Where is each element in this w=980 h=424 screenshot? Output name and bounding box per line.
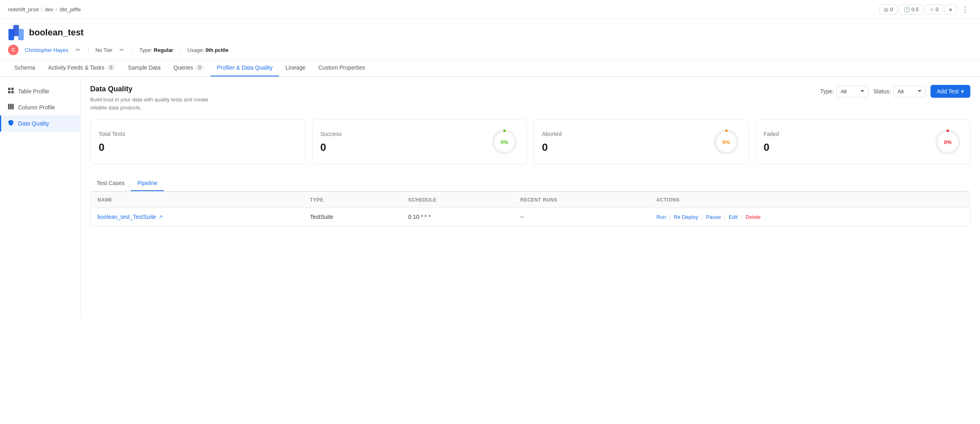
external-link-icon: ↗ <box>159 214 163 220</box>
tab-sample-data[interactable]: Sample Data <box>122 60 167 76</box>
tab-lineage[interactable]: Lineage <box>279 60 312 76</box>
action-edit[interactable]: Edit <box>729 214 738 220</box>
row-actions-cell: Run | Re Deploy | Pause | Edit | Delete <box>650 208 970 226</box>
status-dropdown[interactable]: All <box>893 86 926 97</box>
row-recent-runs: -- <box>520 214 524 220</box>
breadcrumb-part-3[interactable]: dbt_jaffle <box>60 6 81 12</box>
more-button[interactable]: ⋮ <box>958 3 972 15</box>
svg-rect-0 <box>8 29 14 40</box>
action-delete[interactable]: Delete <box>746 214 761 220</box>
svg-rect-1 <box>13 25 19 36</box>
total-label: Total Tests <box>99 131 125 137</box>
share-button[interactable]: ⎈ <box>945 4 957 14</box>
dq-controls: Type: All Status: All Add Test ▾ <box>820 85 970 98</box>
edit-tier-button[interactable]: ✏ <box>119 47 125 53</box>
edit-owner-button[interactable]: ✏ <box>75 47 81 53</box>
usage-info: Usage: 0th pctile <box>188 47 229 53</box>
breadcrumb-part-1[interactable]: redshift_prod <box>8 6 39 12</box>
type-dropdown[interactable]: All <box>836 86 868 97</box>
success-label: Success <box>320 131 342 137</box>
status-control: Status: All <box>873 86 926 97</box>
breadcrumb-sep-1: / <box>41 6 43 12</box>
pipeline-table: NAME TYPE SCHEDULE RECENT RUNS ACTIONS b… <box>91 192 970 226</box>
success-donut: 0% <box>490 128 519 156</box>
content-area: Data Quality Build trust in your data wi… <box>81 77 980 318</box>
failed-donut: 0% <box>934 128 962 156</box>
sidebar-item-data-quality[interactable]: Data Quality <box>0 115 80 132</box>
add-test-button[interactable]: Add Test ▾ <box>930 85 970 98</box>
tab-profiler-data-quality[interactable]: Profiler & Data Quality <box>211 60 279 76</box>
row-schedule-cell: 0 10 * * * <box>402 208 514 226</box>
nav-tabs: Schema Activity Feeds & Tasks 0 Sample D… <box>0 60 980 77</box>
aborted-value: 0 <box>542 141 562 154</box>
col-recent-runs: RECENT RUNS <box>514 192 650 208</box>
row-name-cell: boolean_test_TestSuite ↗ <box>91 208 304 226</box>
success-pct: 0% <box>501 139 509 145</box>
clock-icon: 🕐 <box>904 6 910 12</box>
breadcrumb-part-2[interactable]: dev <box>45 6 54 12</box>
sidebar-item-table-profile[interactable]: Table Profile <box>0 83 80 99</box>
top-actions: ◎ 0 🕐 0.5 ☆ 0 ⎈ ⋮ <box>879 3 972 15</box>
watch-count: 0 <box>890 6 893 12</box>
tab-activity-feeds[interactable]: Activity Feeds & Tasks 0 <box>41 60 121 76</box>
row-recent-runs-cell: -- <box>514 208 650 226</box>
tab-queries[interactable]: Queries 0 <box>167 60 211 76</box>
row-type: TestSuite <box>310 214 333 220</box>
aborted-pct: 0% <box>722 139 730 145</box>
failed-value: 0 <box>764 141 779 154</box>
page-header: boolean_test C Christopher Hayes ✏ | No … <box>0 19 980 60</box>
col-actions: ACTIONS <box>650 192 970 208</box>
svg-rect-6 <box>11 91 14 93</box>
aborted-label: Aborted <box>542 131 562 137</box>
eye-icon: ◎ <box>884 6 888 12</box>
stat-card-aborted: Aborted 0 0% <box>533 119 749 165</box>
version-button[interactable]: 🕐 0.5 <box>899 4 923 14</box>
chevron-down-icon: ▾ <box>961 88 964 95</box>
action-pause[interactable]: Pause <box>706 214 721 220</box>
svg-rect-2 <box>18 29 24 40</box>
sidebar-label-data-quality: Data Quality <box>18 120 49 127</box>
stat-card-total: Total Tests 0 <box>90 119 306 165</box>
page-title: boolean_test <box>29 27 84 38</box>
star-icon: ☆ <box>929 6 934 12</box>
svg-rect-5 <box>8 91 10 93</box>
dq-header: Data Quality Build trust in your data wi… <box>90 85 970 111</box>
tab-custom-properties[interactable]: Custom Properties <box>312 60 372 76</box>
status-label: Status: <box>873 88 891 95</box>
table-row: boolean_test_TestSuite ↗ TestSuite 0 10 … <box>91 208 970 226</box>
dq-header-text: Data Quality Build trust in your data wi… <box>90 85 208 111</box>
svg-rect-8 <box>10 104 12 109</box>
columns-icon <box>8 103 14 111</box>
dq-subtitle: Build trust in your data with quality te… <box>90 96 208 111</box>
svg-rect-7 <box>8 104 10 109</box>
tier-badge: No Tier <box>95 47 112 53</box>
row-schedule: 0 10 * * * <box>408 214 430 220</box>
type-label: Type: <box>820 88 834 95</box>
test-suite-link[interactable]: boolean_test_TestSuite ↗ <box>97 214 297 220</box>
grid-icon <box>8 87 14 95</box>
success-value: 0 <box>320 141 342 154</box>
owner-link[interactable]: Christopher Hayes <box>25 47 68 53</box>
total-value: 0 <box>99 141 125 154</box>
action-redeploy[interactable]: Re Deploy <box>674 214 698 220</box>
tab-test-cases[interactable]: Test Cases <box>90 176 131 191</box>
watch-button[interactable]: ◎ 0 <box>879 4 897 14</box>
sidebar-item-column-profile[interactable]: Column Profile <box>0 99 80 115</box>
stats-cards: Total Tests 0 Success 0 0% <box>90 119 970 165</box>
action-run[interactable]: Run <box>656 214 666 220</box>
tab-pipeline[interactable]: Pipeline <box>131 176 164 191</box>
sidebar-label-column-profile: Column Profile <box>18 104 55 111</box>
breadcrumb-bar: redshift_prod / dev / dbt_jaffle ◎ 0 🕐 0… <box>0 0 980 19</box>
col-name: NAME <box>91 192 304 208</box>
tab-schema[interactable]: Schema <box>8 60 41 76</box>
star-count: 0 <box>936 6 939 12</box>
dq-title: Data Quality <box>90 85 208 93</box>
svg-rect-9 <box>12 104 14 109</box>
col-type: TYPE <box>304 192 402 208</box>
pipeline-tabs: Test Cases Pipeline <box>90 176 970 191</box>
col-schedule: SCHEDULE <box>402 192 514 208</box>
type-info: Type: Regular <box>139 47 173 53</box>
row-type-cell: TestSuite <box>304 208 402 226</box>
star-button[interactable]: ☆ 0 <box>925 4 943 14</box>
table-wrapper: NAME TYPE SCHEDULE RECENT RUNS ACTIONS b… <box>90 191 970 226</box>
